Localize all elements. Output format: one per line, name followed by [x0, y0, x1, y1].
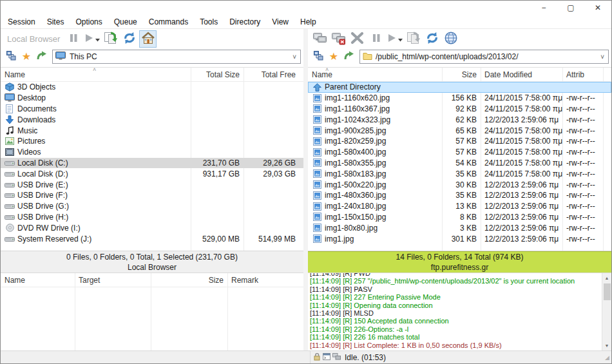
local-file-row[interactable]: Downloads — [1, 114, 303, 125]
menu-item-session[interactable]: Session — [2, 16, 41, 28]
column-header-attrib[interactable]: Attrib — [562, 70, 605, 79]
column-header-queue-size[interactable]: Size — [151, 276, 227, 285]
web-browse-button[interactable] — [442, 30, 459, 48]
scroll-up-icon[interactable]: ▲ — [602, 273, 611, 283]
maximize-button[interactable]: ▢ — [557, 1, 584, 15]
sync-browsing-button[interactable] — [311, 50, 325, 64]
remote-file-row[interactable]: img1-580x355.jpg54 KB24/11/2015 7:58:00 … — [308, 158, 611, 169]
remote-start-button[interactable] — [386, 30, 403, 48]
local-file-row[interactable]: Desktop — [1, 93, 303, 104]
local-address-bar: ★ This PC ˅ — [1, 49, 303, 67]
local-file-row[interactable]: USB Drive (H:) — [1, 212, 303, 223]
remote-path-combobox[interactable]: /public_html/wp-content/uploads/2013/02/… — [359, 50, 609, 64]
sync-browsing-button[interactable] — [4, 50, 18, 64]
column-header-size[interactable]: Size — [442, 70, 481, 79]
local-file-row[interactable]: Local Disk (D:)931,17 GB29,03 GB — [1, 168, 303, 179]
minimize-button[interactable]: − — [530, 1, 557, 15]
total-size — [191, 125, 244, 136]
scrollbar-thumb[interactable] — [604, 283, 611, 300]
remote-file-row[interactable]: img1-1024x323.jpg62 KB12/2/2013 2:59:06 … — [308, 114, 611, 125]
local-file-row[interactable]: 3D Objects — [1, 82, 303, 93]
column-header-queue-remark[interactable]: Remark — [227, 276, 303, 285]
column-header-queue-target[interactable]: Target — [75, 276, 151, 285]
remote-file-row[interactable]: img1-580x183.jpg35 KB24/11/2015 7:58:00 … — [308, 168, 611, 179]
remote-transfer-button[interactable] — [405, 30, 422, 48]
column-header-queue-name[interactable]: Name — [1, 276, 75, 285]
remote-file-row[interactable]: img1-480x360.jpg35 KB12/2/2013 2:59:06 π… — [308, 190, 611, 201]
remote-file-row[interactable]: img1-820x259.jpg57 KB24/11/2015 7:58:00 … — [308, 136, 611, 147]
scroll-down-icon[interactable]: ▼ — [602, 341, 611, 350]
disconnect-button[interactable] — [330, 30, 347, 48]
remote-file-row[interactable]: img1-900x285.jpg65 KB24/11/2015 7:58:00 … — [308, 125, 611, 136]
session-host-tab[interactable]: ftp.purefitness.gr — [431, 262, 488, 273]
start-queue-button[interactable] — [83, 30, 100, 48]
remote-file-row[interactable]: img1.jpg301 KB12/2/2013 2:59:06 πμ-rw-r-… — [308, 233, 611, 244]
favorites-button[interactable]: ★ — [19, 50, 33, 64]
log-output[interactable]: [11:14:09] [R] PWD[11:14:09] [R] 257 "/p… — [308, 273, 602, 350]
remote-file-row[interactable]: img1-1160x367.jpg92 KB24/11/2015 7:58:00… — [308, 104, 611, 115]
local-path-combobox[interactable]: This PC ˅ — [52, 50, 301, 64]
close-button[interactable]: ✕ — [584, 1, 611, 15]
total-size — [191, 201, 244, 212]
chevron-down-icon[interactable] — [398, 35, 403, 44]
local-file-row[interactable]: Pictures — [1, 136, 303, 147]
chevron-down-icon[interactable]: ˅ — [291, 53, 298, 61]
remote-file-row[interactable]: Parent Directory — [308, 82, 611, 93]
remote-path-value: /public_html/wp-content/uploads/2013/02/ — [372, 52, 599, 61]
remote-file-row[interactable]: img1-240x180.jpg13 KB12/2/2013 2:59:06 π… — [308, 201, 611, 212]
menu-item-help[interactable]: Help — [294, 16, 322, 28]
local-file-row[interactable]: Local Disk (C:)231,70 GB29,26 GB — [1, 158, 303, 169]
local-file-row[interactable]: DVD RW Drive (I:) — [1, 222, 303, 233]
column-header-date-modified[interactable]: Date Modified — [481, 70, 562, 79]
drive-icon — [5, 214, 15, 220]
chevron-down-icon[interactable]: ˅ — [599, 53, 606, 61]
video-icon — [5, 148, 15, 156]
remote-pause-button[interactable] — [367, 30, 385, 48]
local-file-row[interactable]: USB Drive (F:) — [1, 190, 303, 201]
connect-button[interactable] — [311, 30, 329, 48]
menu-item-queue[interactable]: Queue — [108, 16, 143, 28]
transfer-icon — [406, 31, 421, 47]
remote-file-row[interactable]: img1-1160x620.jpg156 KB24/11/2015 7:58:0… — [308, 93, 611, 104]
column-header-total-size[interactable]: Total Size — [191, 70, 244, 79]
column-header-total-free[interactable]: Total Free — [244, 70, 303, 79]
local-list-header: ˄ Name Total Size Total Free — [1, 68, 303, 82]
local-browser-tab[interactable]: Local Browser — [128, 262, 177, 273]
abort-button[interactable] — [349, 30, 366, 48]
remote-refresh-button[interactable] — [423, 30, 441, 48]
pause-queue-button[interactable] — [64, 30, 82, 48]
local-file-row[interactable]: Videos — [1, 147, 303, 158]
remote-file-row[interactable]: img1-150x150.jpg8 KB12/2/2013 2:59:06 πμ… — [308, 212, 611, 223]
local-file-row[interactable]: USB Drive (G:) — [1, 201, 303, 212]
refresh-button[interactable] — [120, 30, 138, 48]
log-scrollbar[interactable]: ▲ ▼ — [602, 273, 611, 350]
pane-splitter[interactable] — [303, 29, 308, 350]
favorites-button[interactable]: ★ — [327, 50, 341, 64]
local-file-row[interactable]: Music — [1, 125, 303, 136]
menu-item-view[interactable]: View — [266, 16, 294, 28]
menu-item-options[interactable]: Options — [70, 16, 108, 28]
file-size: 57 KB — [442, 147, 481, 158]
resize-grip[interactable]: ◢ — [605, 354, 611, 361]
local-file-row[interactable]: System Reserved (J:)529,00 MB514,99 MB — [1, 233, 303, 244]
local-file-row[interactable]: USB Drive (E:) — [1, 179, 303, 190]
remote-file-row[interactable]: img1-580x400.jpg57 KB24/11/2015 7:58:00 … — [308, 147, 611, 158]
chevron-down-icon[interactable] — [95, 35, 100, 44]
up-directory-button[interactable] — [342, 50, 356, 64]
home-button[interactable] — [139, 30, 157, 48]
drive-icon — [5, 236, 15, 242]
total-size — [191, 136, 244, 147]
menu-item-sites[interactable]: Sites — [41, 16, 70, 28]
remote-file-row[interactable]: img1-80x80.jpg3 KB12/2/2013 2:59:06 πμ-r… — [308, 222, 611, 233]
remote-file-row[interactable]: img1-500x220.jpg30 KB12/2/2013 2:59:06 π… — [308, 179, 611, 190]
menu-item-commands[interactable]: Commands — [143, 16, 194, 28]
menu-item-tools[interactable]: Tools — [194, 16, 224, 28]
local-browser-label: Local Browser — [3, 34, 64, 44]
file-attrib: -rw-r--r-- — [562, 233, 605, 244]
menu-item-directory[interactable]: Directory — [224, 16, 266, 28]
local-file-row[interactable]: Documents — [1, 104, 303, 115]
console-icon[interactable] — [323, 353, 330, 362]
transfer-button[interactable] — [102, 30, 119, 48]
up-directory-button[interactable] — [35, 50, 49, 64]
connect-icon — [312, 31, 328, 47]
